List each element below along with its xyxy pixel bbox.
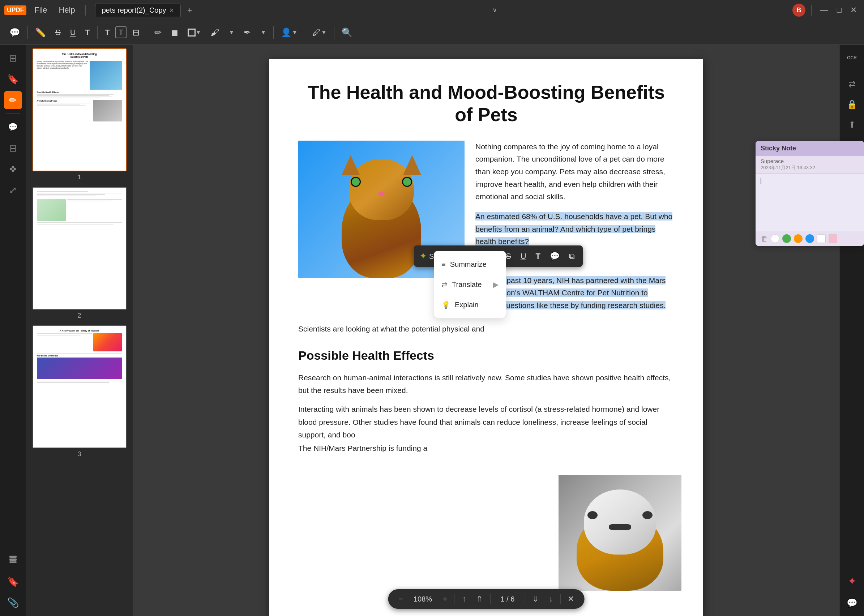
sticky-body[interactable]	[756, 173, 864, 231]
sidebar-attach[interactable]: 📎	[4, 594, 22, 612]
highlight-paragraph-1: An estimated 68% of U.S. households have…	[475, 211, 674, 248]
security-btn[interactable]: 🔒	[844, 96, 861, 113]
sidebar-sep-1	[6, 113, 20, 114]
thumbnail-3[interactable]: A Key Phase in the History of Tourism Wh…	[30, 325, 129, 458]
file-menu[interactable]: File	[29, 4, 52, 16]
title-menu: File Help	[29, 4, 80, 16]
underline-tool-btn[interactable]: U	[66, 26, 80, 39]
text2-tool-btn[interactable]: T	[101, 26, 113, 39]
sidebar-edit[interactable]: ✏	[4, 91, 22, 109]
active-tab[interactable]: pets report(2)_Copy ✕	[95, 4, 181, 17]
color-square-pink[interactable]	[829, 234, 837, 243]
summarize-item-label: Summarize	[450, 258, 487, 270]
comment-tool-btn[interactable]: 💬	[6, 25, 24, 40]
sidebar-bookmark[interactable]: 🔖	[4, 70, 22, 88]
translate-item[interactable]: ⇄ Translate ▶	[434, 274, 506, 295]
svg-rect-2	[9, 561, 17, 563]
page-indicator: 1 / 6	[495, 594, 520, 605]
thumb-img-1: The Health and Mood-BoostingBenefits of …	[33, 49, 127, 171]
sidebar-thumbnails[interactable]: ⊞	[4, 49, 22, 67]
user-avatar[interactable]: B	[792, 4, 806, 17]
brush2-tool-btn[interactable]: ▼	[225, 27, 238, 38]
selected-text-1: An estimated 68% of U.S. households have…	[475, 212, 672, 245]
maximize-btn[interactable]: □	[834, 4, 845, 16]
tab-title: pets report(2)_Copy	[102, 6, 166, 14]
nav-close-btn[interactable]: ✕	[565, 593, 577, 605]
sticky-cursor	[760, 178, 761, 184]
thumbnail-2[interactable]: 2	[30, 187, 129, 319]
tab-overflow-btn[interactable]: ∨	[492, 6, 497, 14]
scroll-bottom-btn[interactable]: ⇓	[529, 593, 542, 605]
cutoff-text: Scientists are looking at what the poten…	[298, 323, 486, 335]
tab-close-btn[interactable]: ✕	[169, 7, 174, 14]
sidebar-stack[interactable]	[4, 550, 22, 568]
highlight-tool-btn[interactable]: ✏️	[31, 25, 50, 40]
sticky-title: Sticky Note	[760, 145, 796, 152]
sep2	[811, 5, 812, 16]
color-orange[interactable]	[794, 234, 803, 243]
summarize-icon: ✦	[420, 250, 426, 262]
nav-bar: − + ↑ ⇑ 1 / 6 ⇓ ↓ ✕	[388, 589, 584, 609]
zoom-input[interactable]	[410, 595, 436, 603]
sticky-delete-btn[interactable]: 🗑	[760, 235, 768, 243]
help-menu[interactable]: Help	[53, 4, 80, 16]
main-area: ⊞ 🔖 ✏ 💬 ⊟ ❖ ⤢ 🔖 📎 The Health and Mood-Bo…	[0, 45, 864, 616]
sel-text-btn[interactable]: T	[534, 248, 543, 264]
sticky-datetime: 2023年11月21日 16:43:32	[760, 165, 815, 170]
close-btn[interactable]: ✕	[847, 4, 860, 16]
zoom-in-btn[interactable]: +	[440, 593, 451, 605]
scroll-up-btn[interactable]: ↑	[459, 593, 469, 605]
sidebar-extract[interactable]: ⤢	[4, 181, 22, 199]
color-square-white[interactable]	[817, 234, 826, 243]
color-green[interactable]	[782, 234, 791, 243]
share-btn[interactable]: ⬆	[844, 116, 861, 134]
scroll-top-btn[interactable]: ⇑	[473, 593, 485, 605]
sidebar-comment[interactable]: 💬	[4, 118, 22, 136]
svg-rect-0	[9, 556, 17, 558]
pen2-tool-btn[interactable]: ▼	[257, 27, 270, 38]
window-controls: B — □ ✕	[792, 4, 860, 17]
ai-btn[interactable]: ✦	[844, 573, 861, 590]
zoom-out-btn[interactable]: −	[396, 593, 406, 605]
translate-item-label: Translate	[452, 279, 482, 290]
pencil-tool-btn[interactable]: ✏	[151, 25, 165, 40]
search-tool-btn[interactable]: 🔍	[338, 25, 356, 40]
sidebar-bookmark2[interactable]: 🔖	[4, 573, 22, 591]
sidebar-organize[interactable]: ⊟	[4, 139, 22, 157]
tool-sep-5	[305, 26, 305, 39]
color-white[interactable]	[771, 234, 779, 243]
right-panel: OCR ⇄ 🔒 ⬆ ✓ 💾 ✦ 💬	[839, 45, 864, 616]
sidebar-layers[interactable]: ❖	[4, 160, 22, 178]
strikethrough-tool-btn[interactable]: S	[52, 26, 64, 39]
color-blue[interactable]	[806, 234, 814, 243]
sticky-note: Sticky Note Superace 2023年11月21日 16:43:3…	[756, 141, 864, 246]
brush-tool-btn[interactable]: 🖌	[207, 25, 223, 40]
new-tab-btn[interactable]: ＋	[182, 3, 197, 17]
scroll-down-btn[interactable]: ↓	[546, 593, 556, 605]
user-tool-btn[interactable]: 👤▼	[277, 25, 301, 40]
translate-arrow: ▶	[493, 279, 498, 290]
pen-tool-btn[interactable]: ✒	[240, 25, 254, 40]
minimize-btn[interactable]: —	[817, 4, 831, 16]
sel-copy-btn[interactable]: ⧉	[567, 248, 577, 264]
summarize-item[interactable]: ≡ Summarize	[434, 254, 506, 274]
sticky-footer: 🗑	[756, 231, 864, 246]
section-title-text: Possible Health Effects	[298, 349, 434, 362]
marker-tool-btn[interactable]: 🖊▼	[309, 25, 330, 40]
ocr-btn[interactable]: OCR	[844, 49, 861, 66]
sel-underline-btn[interactable]: U	[518, 248, 528, 264]
explain-item[interactable]: 💡 Explain	[434, 295, 506, 315]
convert-btn[interactable]: ⇄	[844, 75, 861, 93]
sep1	[85, 5, 86, 16]
sel-comment-btn[interactable]: 💬	[548, 248, 562, 264]
chat-btn[interactable]: 💬	[844, 594, 861, 612]
thumb-img-2	[33, 187, 127, 310]
shape-tool-btn[interactable]: ▼	[184, 27, 205, 39]
thumbnail-1[interactable]: The Health and Mood-BoostingBenefits of …	[30, 49, 129, 181]
tool-sep-3	[147, 26, 147, 39]
grid-tool-btn[interactable]: ⊟	[129, 25, 143, 40]
fill-tool-btn[interactable]: ◼	[167, 25, 182, 40]
textbox-tool-btn[interactable]: T	[115, 27, 126, 38]
text-tool-btn[interactable]: T	[82, 26, 94, 39]
tool-sep-1	[27, 26, 28, 39]
